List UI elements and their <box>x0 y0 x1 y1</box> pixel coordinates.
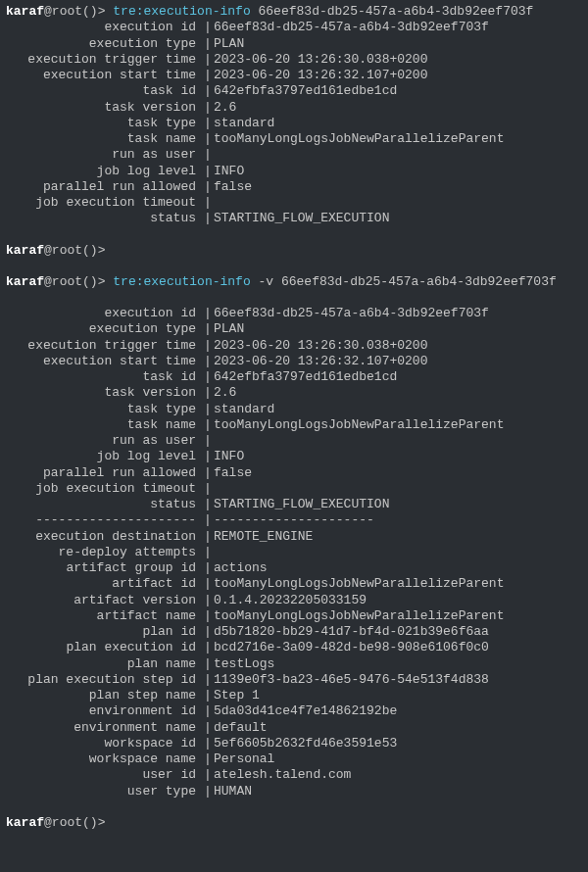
kv-separator: | <box>202 369 214 385</box>
kv-value: 2.6 <box>214 385 582 401</box>
kv-row: status|STARTING_FLOW_EXECUTION <box>6 211 582 226</box>
kv-separator: | <box>202 52 214 68</box>
kv-row: run as user| <box>6 147 582 163</box>
kv-key: environment name <box>6 720 202 736</box>
empty-line <box>6 290 582 306</box>
kv-value: tooManyLongLogsJobNewParallelizeParent <box>214 131 582 147</box>
kv-key: environment id <box>6 703 202 719</box>
kv-value: REMOTE_ENGINE <box>214 529 582 545</box>
kv-key: task name <box>6 131 202 147</box>
kv-separator: | <box>202 417 214 433</box>
kv-value: Step 1 <box>214 688 582 703</box>
kv-row: job log level|INFO <box>6 164 582 179</box>
kv-separator: | <box>202 751 214 767</box>
prompt-host: root <box>52 243 82 258</box>
kv-key: task id <box>6 83 202 99</box>
kv-separator: | <box>202 767 214 783</box>
kv-separator: | <box>202 784 214 799</box>
prompt-parens: () <box>82 4 98 19</box>
command-1: tre:execution-info <box>113 4 250 19</box>
kv-value: d5b71820-bb29-41d7-bf4d-021b39e6f6aa <box>214 624 582 640</box>
kv-row: status|STARTING_FLOW_EXECUTION <box>6 497 582 512</box>
kv-row: artifact group id|actions <box>6 560 582 576</box>
prompt-user: karaf <box>6 4 44 19</box>
kv-row: task version|2.6 <box>6 385 582 401</box>
kv-separator: | <box>202 385 214 401</box>
prompt-parens: () <box>82 274 98 289</box>
kv-value <box>214 481 582 497</box>
kv-row: plan execution step id|1139e0f3-ba23-46e… <box>6 672 582 688</box>
command-2-arg: -v 66eef83d-db25-457a-a6b4-3db92eef703f <box>251 274 557 289</box>
kv-separator: | <box>202 703 214 719</box>
kv-value: HUMAN <box>214 784 582 799</box>
kv-key: task type <box>6 402 202 417</box>
kv-key: parallel run allowed <box>6 179 202 195</box>
kv-separator: | <box>202 354 214 369</box>
terminal[interactable]: karaf@root()> tre:execution-info 66eef83… <box>0 0 588 835</box>
kv-separator: | <box>202 576 214 592</box>
kv-row: parallel run allowed|false <box>6 179 582 195</box>
kv-row: user id|atelesh.talend.com <box>6 767 582 783</box>
kv-key: execution start time <box>6 354 202 369</box>
prompt-host: root <box>52 274 82 289</box>
output-block-1: execution id|66eef83d-db25-457a-a6b4-3db… <box>6 20 582 226</box>
kv-key: parallel run allowed <box>6 465 202 481</box>
kv-key: plan id <box>6 624 202 640</box>
kv-value: INFO <box>214 164 582 179</box>
kv-value: 0.1.4.20232205033159 <box>214 593 582 608</box>
kv-value: 2023-06-20 13:26:32.107+0200 <box>214 68 582 83</box>
kv-separator: | <box>202 640 214 655</box>
divider-row: --------------------- | ----------------… <box>6 512 582 528</box>
kv-key: workspace name <box>6 751 202 767</box>
kv-value <box>214 545 582 560</box>
kv-row: execution id|66eef83d-db25-457a-a6b4-3db… <box>6 306 582 321</box>
kv-value: default <box>214 720 582 736</box>
kv-row: plan step name|Step 1 <box>6 688 582 703</box>
kv-value: standard <box>214 402 582 417</box>
kv-value: STARTING_FLOW_EXECUTION <box>214 211 582 226</box>
kv-key: execution trigger time <box>6 338 202 354</box>
prompt-host: root <box>52 4 82 19</box>
kv-value <box>214 147 582 163</box>
kv-row: plan id|d5b71820-bb29-41d7-bf4d-021b39e6… <box>6 624 582 640</box>
kv-separator: | <box>202 147 214 163</box>
kv-key: task id <box>6 369 202 385</box>
kv-value: 2023-06-20 13:26:32.107+0200 <box>214 354 582 369</box>
kv-value: tooManyLongLogsJobNewParallelizeParent <box>214 417 582 433</box>
kv-value: 5ef6605b2632fd46e3591e53 <box>214 736 582 751</box>
kv-separator: | <box>202 131 214 147</box>
kv-key: workspace id <box>6 736 202 751</box>
kv-separator: | <box>202 338 214 354</box>
kv-row: artifact id|tooManyLongLogsJobNewParalle… <box>6 576 582 592</box>
kv-separator: | <box>202 306 214 321</box>
kv-row: execution destination|REMOTE_ENGINE <box>6 529 582 545</box>
kv-value: Personal <box>214 751 582 767</box>
kv-separator: | <box>202 529 214 545</box>
prompt-user: karaf <box>6 274 44 289</box>
command-1-arg: 66eef83d-db25-457a-a6b4-3db92eef703f <box>251 4 534 19</box>
kv-row: task version|2.6 <box>6 100 582 116</box>
kv-row: task name|tooManyLongLogsJobNewParalleli… <box>6 131 582 147</box>
kv-key: job execution timeout <box>6 195 202 211</box>
kv-separator: | <box>202 179 214 195</box>
kv-key: status <box>6 211 202 226</box>
kv-value: bcd2716e-3a09-482d-be98-908e6106f0c0 <box>214 640 582 655</box>
kv-value: 5da03d41ce4f7e14862192be <box>214 703 582 719</box>
prompt-arrow: > <box>98 815 106 830</box>
kv-row: re-deploy attempts| <box>6 545 582 560</box>
kv-key: artifact id <box>6 576 202 592</box>
kv-key: job log level <box>6 449 202 464</box>
kv-separator: | <box>202 195 214 211</box>
kv-row: workspace name|Personal <box>6 751 582 767</box>
kv-value: PLAN <box>214 321 582 337</box>
kv-row: task name|tooManyLongLogsJobNewParalleli… <box>6 417 582 433</box>
kv-key: artifact group id <box>6 560 202 576</box>
kv-value: INFO <box>214 449 582 464</box>
output-block-2b: execution destination|REMOTE_ENGINEre-de… <box>6 529 582 799</box>
kv-separator: | <box>202 593 214 608</box>
kv-key: plan execution step id <box>6 672 202 688</box>
kv-row: workspace id|5ef6605b2632fd46e3591e53 <box>6 736 582 751</box>
kv-separator: | <box>202 68 214 83</box>
kv-row: execution start time|2023-06-20 13:26:32… <box>6 354 582 369</box>
kv-value: STARTING_FLOW_EXECUTION <box>214 497 582 512</box>
